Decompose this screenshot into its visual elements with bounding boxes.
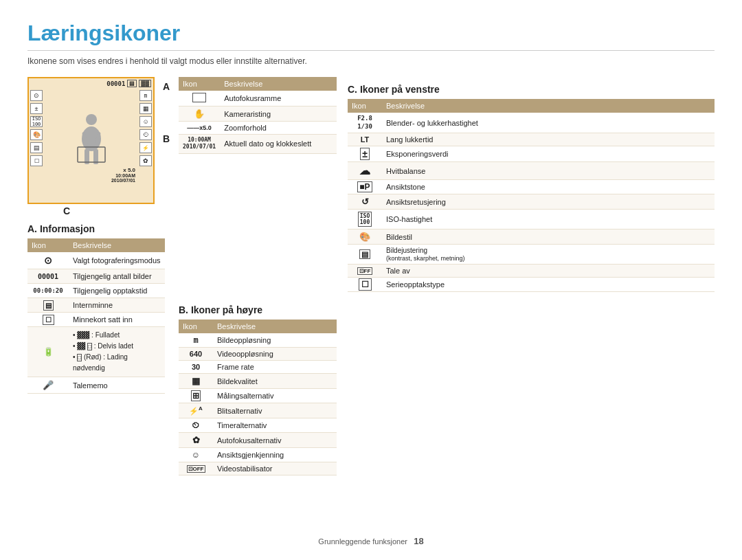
desc-facetone: Ansiktstone xyxy=(382,180,715,194)
table-row: ISO100 ISO-hastighet xyxy=(348,210,715,229)
icon-metering: ⊞ xyxy=(179,389,213,403)
desc-mode: Valgt fotograferingsmodus xyxy=(69,252,165,269)
footer-page: 18 xyxy=(414,536,423,546)
icon-internalmem: ▤ xyxy=(27,298,69,313)
cam-icon-series: ☐ xyxy=(30,155,43,166)
table-row: ⊞ Målingsalternativ xyxy=(179,389,337,403)
cam-icon-mode: ⊙ xyxy=(30,90,43,101)
table-row: ☺ Ansiktsgjenkjenning xyxy=(179,448,337,462)
icon-imgres-b: m xyxy=(179,333,213,348)
desc-voicememo: Talememo xyxy=(69,377,165,394)
table-row: F2.81/30 Blender- og lukkerhastighet xyxy=(348,113,715,133)
table-row: 🎨 Bildestil xyxy=(348,229,715,245)
page-subtitle: Ikonene som vises endres i henhold til v… xyxy=(27,56,715,66)
table-row: ▤ Bildejustering(kontrast, skarphet, met… xyxy=(348,245,715,265)
desc-battery: ▓▓▓ : Fulladet ▓▓ □ : Delvis ladet □ (Rø… xyxy=(69,327,165,377)
table-row: 00001 Tilgjengelig antall bilder xyxy=(27,269,165,284)
icon-zoom: ——x5.0 xyxy=(179,122,220,135)
section-b-title: B. Ikoner på høyre xyxy=(179,304,337,315)
icon-camshake: ✋ xyxy=(179,107,220,122)
cam-icon-autofocus: ✿ xyxy=(139,155,152,166)
top-right-table: Ikon Beskrivelse Autofokusramme ✋ Kamera… xyxy=(179,77,337,154)
icon-counter: 00001 xyxy=(27,269,69,284)
icon-timer-b: ⏲ xyxy=(179,418,213,433)
desc-imagestyle: Bildestil xyxy=(382,229,715,245)
icon-imagestyle: 🎨 xyxy=(348,229,382,245)
desc-autofocus-b: Autofokusalternativ xyxy=(213,433,337,448)
footer: Grunnleggende funksjoner 18 xyxy=(0,536,742,546)
section-c-header-desc: Beskrivelse xyxy=(382,99,715,113)
table-row: ↺ Ansiktsretusjering xyxy=(348,194,715,210)
desc-af-frame: Autofokusramme xyxy=(220,91,337,107)
section-a-header-ikon: Ikon xyxy=(27,238,69,252)
desc-zoom: Zoomforhold xyxy=(220,122,337,135)
icon-imgquality: ▦ xyxy=(179,374,213,389)
table-row: ☁ Hvitbalanse xyxy=(348,162,715,180)
cam-icon-iso: ISO100 xyxy=(30,116,43,127)
table-row: 10:00AM2010/07/01 Aktuell dato og klokke… xyxy=(179,135,337,154)
section-b-header-ikon: Ikon xyxy=(179,320,213,333)
desc-seriestype: Serieopptakstype xyxy=(382,278,715,292)
icon-mode: ⊙ xyxy=(27,252,69,269)
battery-full: ▓▓▓ : Fulladet xyxy=(73,330,161,341)
icon-flash-b: ⚡A xyxy=(179,403,213,418)
section-b-header-desc: Beskrivelse xyxy=(213,320,337,333)
icon-iso: ISO100 xyxy=(348,210,382,229)
desc-framerate: Frame rate xyxy=(213,361,337,374)
icon-whitebal: ☁ xyxy=(348,162,382,180)
page-title: Læringsikoner xyxy=(27,21,715,51)
table-row: 00:00:20 Tilgjengelig opptakstid xyxy=(27,284,165,298)
top-right-header-desc: Beskrivelse xyxy=(220,77,337,91)
cam-internalmem-icon: ▤ xyxy=(127,80,137,87)
icon-facerecog: ☺ xyxy=(179,448,213,462)
section-a-header-desc: Beskrivelse xyxy=(69,238,165,252)
cam-battery-icon: ▓▓ xyxy=(139,80,151,87)
table-row: ■P Ansiktstone xyxy=(348,180,715,194)
desc-camshake: Kameraristing xyxy=(220,107,337,122)
desc-imgquality: Bildekvalitet xyxy=(213,374,337,389)
desc-memcard: Minnekort satt inn xyxy=(69,313,165,327)
section-a-table: Ikon Beskrivelse ⊙ Valgt fotograferingsm… xyxy=(27,238,165,394)
table-row: 🎤 Talememo xyxy=(27,377,165,394)
section-c-table: Ikon Beskrivelse F2.81/30 Blender- og lu… xyxy=(348,99,715,292)
table-row: ——x5.0 Zoomforhold xyxy=(179,122,337,135)
icon-videores: 640 xyxy=(179,348,213,361)
desc-recordtime: Tilgjengelig opptakstid xyxy=(69,284,165,298)
table-row: m Bildeoppløsning xyxy=(179,333,337,348)
camera-panel: A B C 00001 ▤ ▓▓ ⊙ ± ISO100 🎨 ▤ ☐ xyxy=(27,77,165,475)
table-row: ⚡A Blitsalternativ xyxy=(179,403,337,418)
icon-datetime: 10:00AM2010/07/01 xyxy=(179,135,220,154)
icon-recordtime: 00:00:20 xyxy=(27,284,69,298)
label-a: A xyxy=(163,81,170,92)
table-row: ⊙ Valgt fotograferingsmodus xyxy=(27,252,165,269)
table-row: ☐ Minnekort satt inn xyxy=(27,313,165,327)
table-row: ☐ Serieopptakstype xyxy=(348,278,715,292)
table-row: ▤ Internminne xyxy=(27,298,165,313)
icon-imageadj: ▤ xyxy=(348,245,382,265)
desc-faceretuch: Ansiktsretusjering xyxy=(382,194,715,210)
desc-datetime: Aktuell dato og klokkeslett xyxy=(220,135,337,154)
icon-voiceoff: ⊡FF xyxy=(348,265,382,278)
desc-videores: Videooppløsning xyxy=(213,348,337,361)
desc-whitebal: Hvitbalanse xyxy=(382,162,715,180)
table-row: ✿ Autofokusalternativ xyxy=(179,433,337,448)
table-row: ✋ Kameraristing xyxy=(179,107,337,122)
section-b-table: Ikon Beskrivelse m Bildeoppløsning 640 V… xyxy=(179,320,337,475)
desc-imageadj: Bildejustering(kontrast, skarphet, metni… xyxy=(382,245,715,265)
icon-memcard: ☐ xyxy=(27,313,69,327)
table-row: LT Lang lukkertid xyxy=(348,133,715,146)
icon-framerate: 30 xyxy=(179,361,213,374)
table-row: ± Eksponeringsverdi xyxy=(348,146,715,162)
cam-counter: 00001 xyxy=(106,80,125,87)
table-row: ⊡OFF Videostabilisator xyxy=(179,462,337,475)
desc-voiceoff: Tale av xyxy=(382,265,715,278)
desc-iso: ISO-hastighet xyxy=(382,210,715,229)
desc-imgres-b: Bildeoppløsning xyxy=(213,333,337,348)
desc-flash-b: Blitsalternativ xyxy=(213,403,337,418)
footer-text: Grunnleggende funksjoner xyxy=(318,537,407,546)
desc-aperture: Blender- og lukkerhastighet xyxy=(382,113,715,133)
icon-battery: 🔋 xyxy=(27,327,69,377)
battery-low: □ (Rød) : Lading nødvendig xyxy=(73,352,161,374)
desc-vidstab: Videostabilisator xyxy=(213,462,337,475)
cam-time: 10:00AM 2010/07/01 xyxy=(111,173,135,183)
